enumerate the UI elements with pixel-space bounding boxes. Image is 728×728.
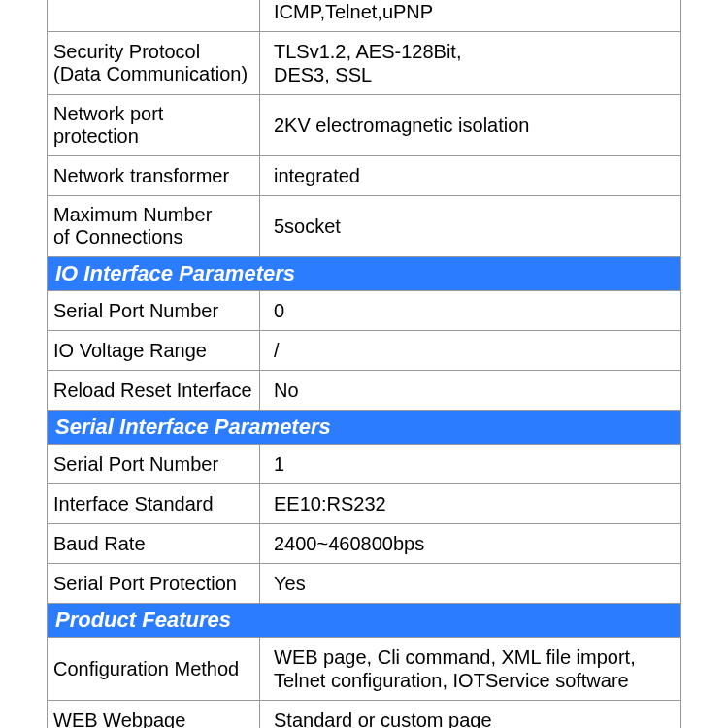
spec-value: 1 [260, 445, 681, 483]
spec-row: ICMP,Telnet,uPNP [47, 0, 681, 32]
spec-row: Baud Rate2400~460800bps [47, 524, 681, 564]
spec-row: Security Protocol(Data Communication)TLS… [47, 32, 681, 95]
section-header: Product Features [47, 604, 681, 638]
spec-value: integrated [260, 156, 681, 195]
spec-value: Standard or custom page [260, 701, 681, 728]
spec-value: 0 [260, 291, 681, 330]
spec-label: Network transformer [47, 156, 260, 195]
spec-label: Serial Port Protection [47, 564, 260, 603]
spec-label: Configuration Method [47, 638, 260, 700]
spec-label: WEB Webpage [47, 701, 260, 728]
spec-row: Network transformerintegrated [47, 156, 681, 196]
spec-label: Security Protocol(Data Communication) [47, 32, 260, 94]
spec-value: ICMP,Telnet,uPNP [260, 0, 681, 31]
spec-label: Maximum Numberof Connections [47, 196, 260, 256]
spec-label: Serial Port Number [47, 291, 260, 330]
spec-label [47, 0, 260, 31]
spec-row: WEB WebpageStandard or custom page [47, 701, 681, 728]
spec-value: / [260, 331, 681, 370]
section-header: Serial Interface Parameters [47, 411, 681, 445]
spec-value: EE10:RS232 [260, 484, 681, 523]
spec-row: Serial Port Number0 [47, 291, 681, 331]
spec-label: Reload Reset Interface [47, 371, 260, 410]
spec-table: ICMP,Telnet,uPNPSecurity Protocol(Data C… [47, 0, 681, 728]
spec-row: Serial Port Number1 [47, 445, 681, 484]
spec-row: Serial Port ProtectionYes [47, 564, 681, 604]
spec-row: IO Voltage Range/ [47, 331, 681, 371]
spec-label: Baud Rate [47, 524, 260, 563]
spec-row: Interface StandardEE10:RS232 [47, 484, 681, 524]
spec-value: No [260, 371, 681, 410]
spec-row: Configuration MethodWEB page, Cli comman… [47, 638, 681, 701]
spec-value: WEB page, Cli command, XML file import, … [260, 638, 681, 700]
spec-value: 2KV electromagnetic isolation [260, 95, 681, 155]
spec-label: Network portprotection [47, 95, 260, 155]
spec-label: Interface Standard [47, 484, 260, 523]
spec-value: Yes [260, 564, 681, 603]
spec-row: Maximum Numberof Connections5socket [47, 196, 681, 257]
spec-value: TLSv1.2, AES-128Bit,DES3, SSL [260, 32, 681, 94]
spec-value: 2400~460800bps [260, 524, 681, 563]
spec-label: Serial Port Number [47, 445, 260, 483]
spec-value: 5socket [260, 196, 681, 256]
section-header: IO Interface Parameters [47, 257, 681, 291]
spec-row: Reload Reset InterfaceNo [47, 371, 681, 411]
spec-label: IO Voltage Range [47, 331, 260, 370]
spec-row: Network portprotection2KV electromagneti… [47, 95, 681, 156]
